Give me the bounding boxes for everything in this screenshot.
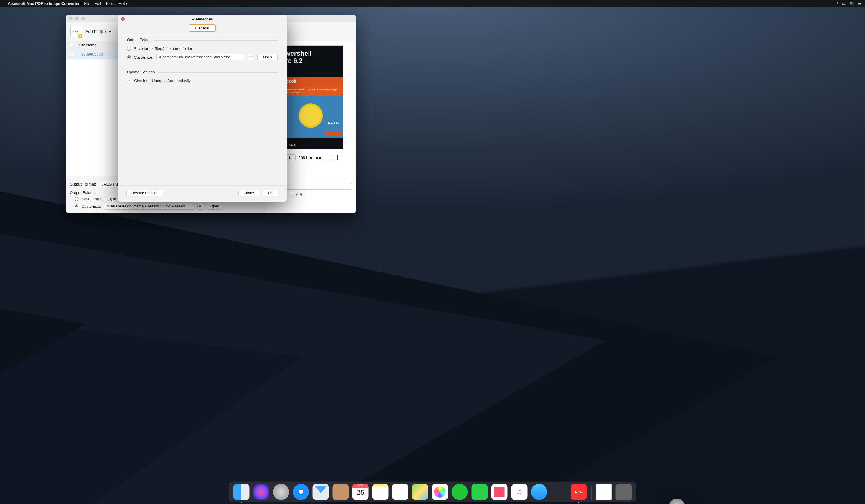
app-name[interactable]: Aiseesoft Mac PDF to Image Converter: [8, 1, 80, 6]
main-radio-customize-label: Customize:: [81, 204, 101, 209]
prefs-radio-source[interactable]: [127, 47, 131, 50]
traffic-zoom[interactable]: [81, 16, 85, 20]
preferences-window: Preferences General Output Folder Save t…: [118, 15, 287, 202]
dock-music[interactable]: [511, 484, 528, 500]
dock-appstore[interactable]: [531, 484, 547, 500]
menu-help[interactable]: Help: [119, 1, 127, 6]
status-list-icon[interactable]: ☰: [858, 1, 861, 6]
cancel-button[interactable]: Cancel: [238, 190, 260, 196]
prefs-radio-customize[interactable]: [127, 55, 131, 59]
last-page-icon[interactable]: ▶▶: [316, 155, 322, 160]
dock-notes[interactable]: [372, 484, 389, 500]
page-view-alt-icon[interactable]: [333, 155, 338, 160]
add-files-button[interactable]: Add File(s): [85, 29, 111, 34]
traffic-minimize[interactable]: [75, 16, 79, 20]
dock-pdf-converter[interactable]: [571, 484, 587, 500]
prefs-radio-customize-label: Customize:: [134, 55, 153, 60]
dock-news[interactable]: [492, 484, 508, 500]
book-cover-photo: Packt>: [278, 96, 343, 138]
dock-finder[interactable]: [233, 484, 250, 500]
prefs-radio-source-label: Save target file(s) in source folder: [134, 46, 192, 51]
dock-reminders[interactable]: [392, 484, 408, 500]
main-radio-customize[interactable]: [74, 204, 79, 208]
status-search-icon[interactable]: 🔍: [849, 1, 854, 6]
output-folder-legend: Output Folder: [127, 38, 154, 42]
prefs-browse-button[interactable]: •••: [248, 54, 254, 60]
column-file-name[interactable]: File Name: [79, 43, 96, 47]
dock-maps[interactable]: [412, 484, 428, 500]
dock-photos[interactable]: [432, 484, 448, 500]
prefs-path-input[interactable]: /Users/test/Documents/Aiseesoft Studio/A…: [157, 54, 245, 60]
dock-safari[interactable]: [293, 484, 309, 500]
chevron-down-icon: [108, 31, 111, 34]
main-customize-path-input[interactable]: /Users/test/Documents/Aiseesoft Studio/A…: [104, 203, 194, 210]
book-title-1: owershell: [281, 50, 340, 57]
prefs-title: Preferences: [118, 17, 287, 21]
book-subtitle: okbook: [278, 77, 343, 87]
output-format-dropdown[interactable]: JPEG (*.j: [99, 181, 120, 187]
desktop-wallpaper: [0, 177, 865, 504]
next-page-icon[interactable]: ▶: [310, 155, 313, 160]
traffic-close[interactable]: [69, 16, 73, 20]
total-pages-label: / 364: [299, 155, 307, 160]
dock: [229, 482, 636, 502]
update-settings-legend: Update Settings: [127, 70, 158, 74]
prefs-open-button[interactable]: Open: [257, 54, 278, 60]
file-row-name: 1789803306: [81, 52, 103, 57]
file-row-checkbox[interactable]: [69, 52, 73, 56]
menu-file[interactable]: File: [84, 1, 90, 6]
ok-button[interactable]: OK: [263, 190, 278, 196]
dock-siri[interactable]: [253, 484, 269, 500]
restore-defaults-button[interactable]: Restore Defaults: [126, 190, 163, 196]
dock-messages[interactable]: [452, 484, 468, 500]
check-updates-label: Check for Updates Automatically: [134, 79, 191, 83]
book-author: edrik Peters: [278, 141, 343, 149]
preview-image: owershell ore 6.2 okbook e command-line …: [278, 45, 344, 150]
system-menubar: Aiseesoft Mac PDF to Image Converter Fil…: [0, 0, 865, 7]
select-all-checkbox[interactable]: [69, 43, 73, 47]
output-format-label: Output Format:: [70, 182, 96, 186]
dock-mail[interactable]: [313, 484, 329, 500]
main-open-folder-button[interactable]: Open: [207, 203, 222, 210]
page-view-icon[interactable]: [325, 155, 330, 160]
publisher-logo: Packt>: [328, 121, 339, 125]
main-radio-source[interactable]: [74, 197, 79, 201]
main-browse-button[interactable]: •••: [197, 203, 204, 210]
dock-recent-doc[interactable]: [596, 484, 612, 500]
pdf-add-icon[interactable]: PDF: [70, 26, 82, 37]
menu-tools[interactable]: Tools: [105, 1, 114, 6]
main-radio-source-label: Save target file(s) in: [81, 197, 116, 201]
book-title-2: ore 6.2: [281, 57, 340, 65]
dock-launchpad[interactable]: [273, 484, 289, 500]
output-folder-label: Output Folder:: [70, 190, 95, 195]
menu-edit[interactable]: Edit: [94, 1, 101, 6]
status-cursor-icon[interactable]: ⌖: [837, 1, 839, 6]
dock-trash[interactable]: [616, 484, 632, 500]
dock-contacts[interactable]: [333, 484, 349, 500]
dock-separator: [591, 486, 592, 500]
check-updates-checkbox[interactable]: [127, 79, 131, 83]
tab-general[interactable]: General: [189, 24, 215, 32]
prefs-titlebar: Preferences: [118, 15, 287, 23]
dock-calendar[interactable]: [353, 484, 369, 500]
book-description: e command-line shell scripting to effect…: [278, 87, 343, 96]
dock-facetime[interactable]: [472, 484, 488, 500]
status-airplay-icon[interactable]: ▭: [842, 1, 846, 6]
